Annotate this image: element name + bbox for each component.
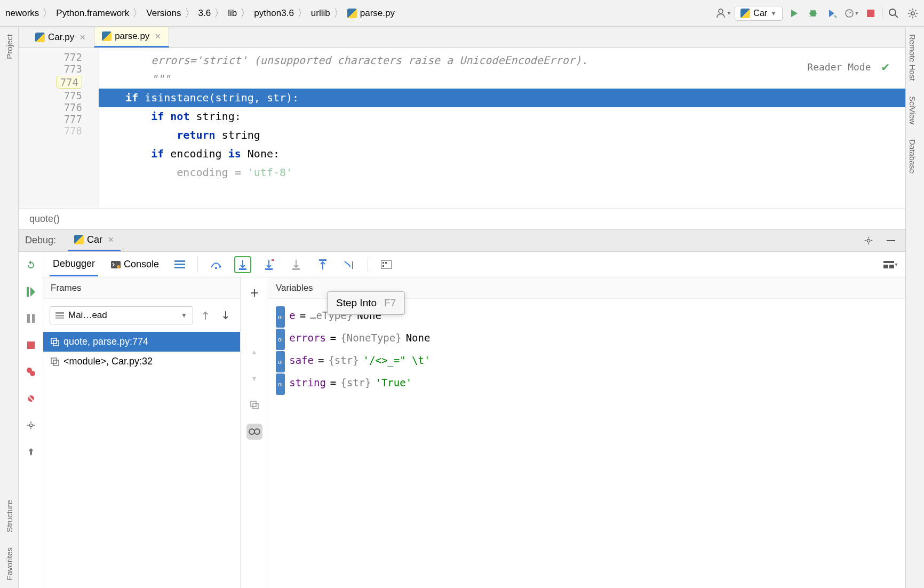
debug-settings-icon[interactable] [23,417,39,433]
debugger-tab[interactable]: Debugger [50,253,98,276]
code-line: if not string: [99,107,905,126]
tooltip-shortcut: F7 [384,297,396,309]
pin-icon[interactable] [23,444,39,460]
svg-rect-37 [53,340,59,346]
breadcrumb-item[interactable]: 3.6 [196,8,213,19]
resume-button[interactable] [23,284,39,300]
variable-row[interactable]: oıstring = {str} 'True' [276,372,898,395]
search-icon[interactable] [886,5,902,21]
tooltip-text: Step Into [336,297,377,309]
sciview-tool-button[interactable]: SciView [906,89,919,132]
code-area[interactable]: errors='strict' (unsupported characters … [99,48,905,208]
up-icon[interactable]: ▲ [246,344,262,360]
right-tool-stripe: Remote Host SciView Database [905,27,924,588]
layout-settings-icon[interactable]: ▼ [883,257,899,273]
editor-tab-car[interactable]: Car.py ✕ [27,27,94,47]
close-icon[interactable]: ✕ [108,235,114,244]
database-tool-button[interactable]: Database [906,132,919,181]
evaluate-expression-button[interactable] [378,256,395,273]
force-step-into-button[interactable] [288,256,305,273]
breadcrumb-item[interactable]: Versions [144,8,183,19]
debug-button[interactable] [805,5,821,21]
close-icon[interactable]: ✕ [155,32,161,41]
run-configuration-selector[interactable]: Car ▼ [735,6,783,21]
breadcrumb-item[interactable]: lib [226,8,239,19]
frame-label: quote, parse.py:774 [63,336,148,347]
run-button[interactable] [786,5,802,21]
step-over-button[interactable] [208,256,225,273]
python-file-icon [347,9,357,18]
thread-dropdown[interactable]: Mai…ead ▼ [50,306,193,324]
down-icon[interactable]: ▼ [246,370,262,386]
svg-point-3 [889,9,896,15]
breadcrumbs[interactable]: neworks〉 Python.framework〉 Versions〉 3.6… [3,6,715,20]
svg-rect-19 [174,267,185,268]
svg-rect-22 [265,268,273,270]
line-number: 773 [19,63,82,75]
settings-icon[interactable] [861,233,877,249]
mute-breakpoints-button[interactable] [23,391,39,407]
coverage-button[interactable] [824,5,840,21]
favorites-tool-button[interactable]: Favorites [0,540,18,588]
stop-button[interactable] [23,337,39,353]
checkmark-icon[interactable]: ✔ [882,58,889,76]
previous-frame-button[interactable] [197,307,213,323]
pause-button[interactable] [23,311,39,327]
toolbar-actions: ▼ Car ▼ ▼ [715,5,921,21]
structure-tool-button[interactable]: Structure [0,492,18,540]
editor-tab-parse[interactable]: parse.py ✕ [94,26,169,47]
variable-badge-icon: oı [276,329,285,350]
profile-button[interactable]: ▼ [843,5,859,21]
console-tab[interactable]: Console [108,253,162,275]
show-watches-button[interactable] [246,424,262,440]
debug-session-tab[interactable]: Car ✕ [68,230,121,251]
reader-mode-label[interactable]: Reader Mode [807,58,871,76]
duplicate-watch-button[interactable] [246,397,262,413]
step-out-button[interactable] [314,256,331,273]
view-breakpoints-button[interactable] [23,364,39,380]
gutter[interactable]: 772 773 774 775 776 777 778 [19,48,99,208]
remote-host-tool-button[interactable]: Remote Host [906,27,919,89]
chevron-right-icon: 〉 [240,6,251,20]
svg-rect-25 [319,259,326,261]
python-icon [740,9,750,18]
breadcrumb-context[interactable]: quote() [19,208,905,229]
svg-rect-40 [251,401,256,407]
new-watch-button[interactable] [246,285,262,301]
stop-button[interactable] [863,5,879,21]
svg-rect-32 [889,265,894,268]
svg-rect-21 [239,268,246,270]
threads-view-icon[interactable] [172,257,188,273]
code-editor[interactable]: 772 773 774 775 776 777 778 errors='stri… [19,48,905,208]
chevron-right-icon: 〉 [185,6,195,20]
breadcrumb-item[interactable]: parse.py [345,8,397,19]
main-area: Car.py ✕ parse.py ✕ 772 773 774 775 776 … [19,27,905,588]
settings-icon[interactable] [905,5,921,21]
close-icon[interactable]: ✕ [79,33,86,42]
breadcrumb-item[interactable]: python3.6 [252,8,296,19]
breadcrumb-item[interactable]: Python.framework [54,8,131,19]
user-dropdown-icon[interactable]: ▼ [715,5,731,21]
project-tool-button[interactable]: Project [0,27,18,67]
stack-frame[interactable]: <module>, Car.py:32 [43,352,240,371]
breadcrumb-item[interactable]: urllib [309,8,332,19]
svg-point-12 [30,371,35,376]
run-to-cursor-button[interactable] [341,256,358,273]
step-into-my-code-button[interactable] [261,256,278,273]
svg-rect-33 [55,312,64,314]
svg-point-42 [249,429,254,434]
svg-rect-31 [883,265,888,268]
line-number: 778 [19,125,82,137]
rerun-button[interactable] [23,257,39,273]
stack-frame[interactable]: quote, parse.py:774 [43,332,240,352]
step-into-button[interactable] [234,256,251,273]
code-line: encoding = 'utf-8' [99,163,905,182]
minimize-icon[interactable] [883,233,899,249]
variable-row[interactable]: oıerrors = {NoneType} None [276,328,898,350]
next-frame-button[interactable] [218,307,234,323]
breadcrumb-item[interactable]: neworks [3,8,41,19]
svg-point-5 [867,239,870,242]
variable-row[interactable]: oısafe = {str} '/<>_=" \t' [276,350,898,372]
line-number: 775 [19,90,82,101]
thread-icon [55,312,64,319]
